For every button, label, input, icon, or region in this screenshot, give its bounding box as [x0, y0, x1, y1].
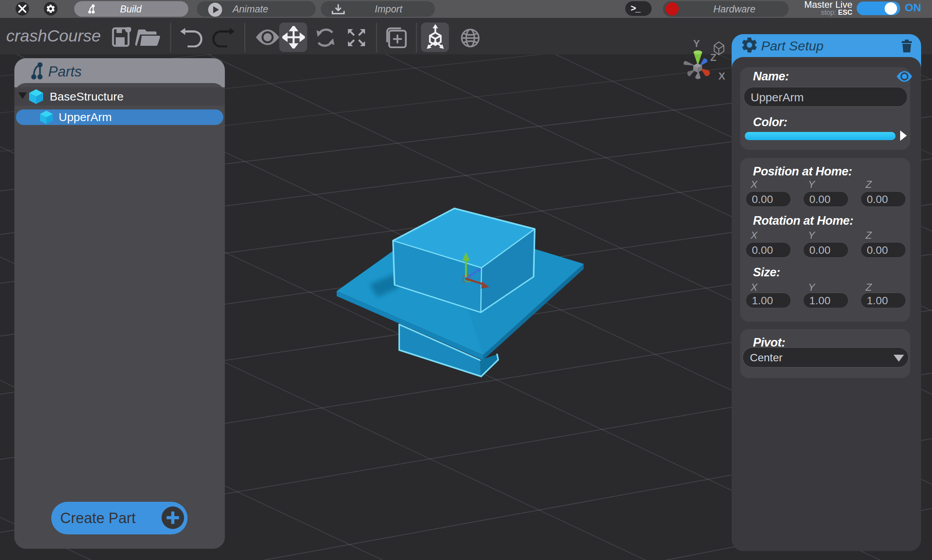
svg-text:X: X: [718, 70, 725, 82]
svg-text:Z: Z: [710, 52, 716, 63]
svg-text:Y: Y: [693, 38, 700, 49]
